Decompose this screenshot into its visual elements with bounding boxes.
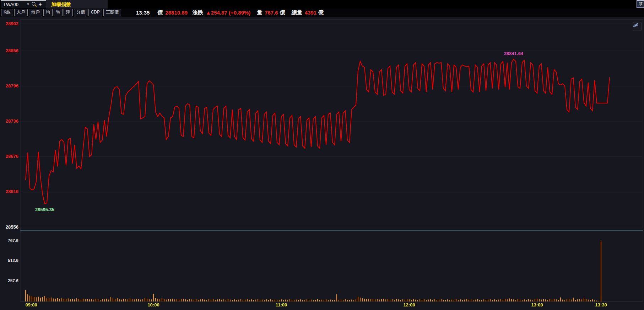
volume-bar: [594, 300, 595, 301]
volume-bar: [324, 300, 324, 301]
tab-index-name[interactable]: 加權指數: [46, 0, 108, 9]
volume-bar: [260, 300, 260, 301]
volume-bar: [115, 299, 115, 301]
volume-bar: [262, 300, 263, 301]
volume-bar: [110, 297, 111, 301]
volume-bar: [27, 294, 28, 301]
volume-bar: [302, 300, 303, 301]
volume-bar: [49, 298, 49, 301]
volume-bar: [469, 300, 469, 301]
volume-bar: [515, 300, 516, 301]
tool-button-2[interactable]: 散戶: [29, 9, 42, 16]
volume-bar: [258, 299, 258, 301]
volume-bar: [381, 299, 382, 301]
status-segment-4: ▲254.87 (+0.89%): [206, 10, 250, 16]
volume-bar: [518, 299, 518, 301]
price-axis-label: 28902: [1, 21, 18, 26]
volume-bar: [211, 300, 211, 301]
volume-axis-label: 257.6: [1, 278, 18, 283]
top-bar: TWA00 ▼ + 加權指數 基: [0, 0, 644, 9]
volume-bar: [562, 300, 563, 301]
volume-bar: [398, 299, 399, 301]
volume-bar: [140, 300, 141, 301]
volume-bar: [296, 300, 297, 301]
volume-bar: [123, 299, 124, 301]
volume-bar: [432, 300, 433, 301]
status-segment-5: 量: [257, 9, 262, 16]
tool-button-3[interactable]: 均: [43, 9, 53, 16]
intraday-chart-area[interactable]: 28902288562879628736286762861628556767.6…: [0, 17, 644, 310]
volume-bar: [136, 299, 137, 301]
volume-bar: [492, 300, 493, 301]
volume-bar: [29, 296, 30, 301]
volume-bar: [522, 300, 523, 301]
volume-bar: [202, 299, 203, 301]
volume-bar: [200, 299, 201, 301]
symbol-combo[interactable]: TWA00 ▼ +: [1, 0, 46, 8]
symbol-input[interactable]: TWA00: [1, 2, 25, 7]
volume-bar: [405, 300, 405, 301]
volume-bar: [326, 299, 326, 301]
volume-bar: [394, 300, 395, 301]
volume-bar: [358, 297, 358, 301]
volume-bar: [292, 300, 292, 301]
volume-bar: [552, 300, 552, 301]
volume-bar: [460, 299, 461, 301]
price-axis-label: 28556: [1, 224, 18, 230]
tool-button-4[interactable]: %: [54, 9, 63, 16]
volume-bar: [98, 299, 98, 301]
add-symbol-button[interactable]: +: [37, 1, 43, 7]
volume-bar: [511, 299, 512, 301]
volume-bar: [57, 298, 58, 301]
volume-bar: [181, 299, 182, 301]
link-icon[interactable]: [633, 22, 642, 31]
volume-bar: [330, 300, 331, 301]
volume-bar: [537, 299, 537, 301]
volume-bar: [298, 300, 299, 301]
volume-bar: [400, 300, 401, 301]
volume-bar: [164, 299, 164, 301]
volume-bar: [532, 300, 533, 301]
volume-bar: [96, 299, 96, 301]
search-icon[interactable]: [31, 1, 37, 7]
volume-bar: [68, 299, 69, 301]
chart-plot-svg[interactable]: [0, 17, 644, 310]
price-axis-label: 28616: [1, 189, 18, 194]
time-axis-label: 10:00: [143, 302, 164, 308]
tool-button-5[interactable]: 浮: [64, 9, 73, 16]
volume-bar: [191, 299, 192, 301]
toolbar: K線大戶散戶均%浮分價CDP三關價 13:35價28810.89漲跌▲254.8…: [0, 9, 644, 17]
tool-button-0[interactable]: K線: [1, 9, 13, 16]
volume-bar: [166, 300, 167, 301]
volume-bar: [213, 299, 213, 301]
volume-bar: [230, 300, 231, 301]
tool-button-6[interactable]: 分價: [74, 9, 87, 16]
volume-bar: [373, 299, 373, 301]
volume-bar: [61, 298, 62, 301]
volume-bar: [172, 299, 173, 301]
volume-bar: [319, 300, 320, 301]
volume-bar: [81, 300, 81, 301]
tool-button-7[interactable]: CDP: [88, 9, 102, 16]
volume-bar: [524, 299, 525, 301]
volume-bar: [283, 300, 284, 301]
volume-bar: [72, 299, 73, 301]
chevron-down-icon[interactable]: ▼: [25, 2, 31, 6]
corner-button[interactable]: 基: [637, 0, 644, 8]
volume-bar: [266, 299, 267, 301]
volume-bar: [581, 299, 582, 301]
tool-button-1[interactable]: 大戶: [14, 9, 28, 16]
low-annotation: 28595.35: [29, 207, 61, 212]
volume-bar: [142, 299, 143, 301]
price-axis-label: 28856: [1, 48, 18, 53]
volume-bar: [311, 300, 312, 301]
volume-bar: [155, 298, 156, 301]
volume-bar: [339, 300, 339, 301]
volume-bar: [102, 299, 103, 301]
volume-bar: [315, 300, 316, 301]
volume-bar: [575, 300, 576, 301]
volume-bar: [117, 298, 118, 301]
tool-button-8[interactable]: 三關價: [103, 9, 121, 16]
volume-bar: [243, 300, 243, 301]
volume-bar: [396, 299, 397, 301]
